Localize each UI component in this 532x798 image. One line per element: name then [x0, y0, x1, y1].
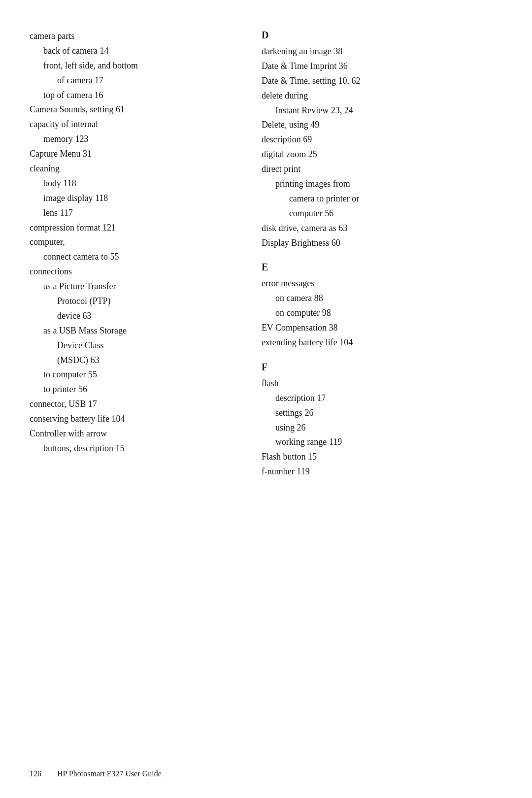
left-column: camera partsback of camera 14front, left…: [30, 30, 252, 480]
left-index-entry: Camera Sounds, setting 61: [30, 103, 232, 117]
left-index-entry: connector, USB 17: [30, 398, 232, 411]
page: camera partsback of camera 14front, left…: [0, 0, 532, 798]
left-index-entry: image display 118: [30, 192, 232, 205]
left-index-entry: (MSDC) 63: [30, 354, 232, 367]
footer-title: HP Photosmart E327 User Guide: [57, 769, 162, 778]
section-letter: F: [262, 362, 502, 373]
left-index-entry: back of camera 14: [30, 44, 232, 58]
right-column: Ddarkening an image 38Date & Time Imprin…: [252, 30, 502, 480]
right-index-entry: on camera 88: [262, 292, 502, 305]
left-index-entry: as a USB Mass Storage: [30, 324, 232, 338]
content-area: camera partsback of camera 14front, left…: [30, 30, 502, 480]
right-index-entry: direct print: [262, 163, 502, 176]
left-index-entry: front, left side, and bottom: [30, 59, 232, 73]
right-index-entry: camera to printer or: [262, 192, 502, 206]
left-index-entry: conserving battery life 104: [30, 412, 232, 426]
right-index-entry: settings 26: [262, 406, 502, 420]
left-index-entry: compression format 121: [30, 221, 232, 235]
right-index-entry: disk drive, camera as 63: [262, 222, 502, 235]
right-index-entry: on computer 98: [262, 306, 502, 320]
right-index-entry: description 69: [262, 133, 502, 147]
left-index-entry: capacity of internal: [30, 118, 232, 132]
left-index-entry: computer,: [30, 235, 232, 249]
left-index-entry: to printer 56: [30, 383, 232, 397]
left-index-entry: connections: [30, 265, 232, 279]
left-index-entry: connect camera to 55: [30, 250, 232, 264]
right-index-entry: extending battery life 104: [262, 336, 502, 350]
right-index-entry: Display Brightness 60: [262, 236, 502, 250]
left-index-entry: cleaning: [30, 162, 232, 176]
left-index-entry: top of camera 16: [30, 89, 232, 102]
section-letter: D: [262, 30, 502, 41]
left-index-entry: device 63: [30, 309, 232, 323]
left-index-entry: camera parts: [30, 30, 232, 43]
footer: 126 HP Photosmart E327 User Guide: [30, 769, 502, 778]
right-index-entry: description 17: [262, 392, 502, 405]
left-index-entry: Protocol (PTP): [30, 295, 232, 308]
right-index-entry: error messages: [262, 277, 502, 291]
right-index-entry: Date & Time Imprint 36: [262, 60, 502, 73]
right-index-entry: delete during: [262, 89, 502, 103]
right-index-entry: Date & Time, setting 10, 62: [262, 74, 502, 88]
right-index-entry: computer 56: [262, 207, 502, 221]
left-index-entry: Capture Menu 31: [30, 147, 232, 161]
right-index-entry: printing images from: [262, 177, 502, 191]
left-index-entry: lens 117: [30, 206, 232, 220]
right-index-entry: EV Compensation 38: [262, 321, 502, 335]
left-index-entry: Controller with arrow: [30, 427, 232, 441]
left-index-entry: Device Class: [30, 339, 232, 353]
footer-page-number: 126: [30, 769, 41, 778]
right-index-entry: using 26: [262, 421, 502, 435]
right-index-entry: Delete, using 49: [262, 118, 502, 132]
left-index-entry: body 118: [30, 177, 232, 191]
left-index-entry: buttons, description 15: [30, 442, 232, 456]
section-letter: E: [262, 262, 502, 273]
right-index-entry: working range 119: [262, 435, 502, 449]
right-index-entry: Flash button 15: [262, 450, 502, 464]
left-index-entry: as a Picture Transfer: [30, 280, 232, 294]
left-index-entry: memory 123: [30, 133, 232, 146]
left-index-entry: of camera 17: [30, 74, 232, 88]
left-index-entry: to computer 55: [30, 368, 232, 382]
right-index-entry: flash: [262, 377, 502, 391]
right-index-entry: Instant Review 23, 24: [262, 104, 502, 118]
right-index-entry: darkening an image 38: [262, 45, 502, 59]
right-index-entry: digital zoom 25: [262, 148, 502, 162]
right-index-entry: f-number 119: [262, 465, 502, 479]
